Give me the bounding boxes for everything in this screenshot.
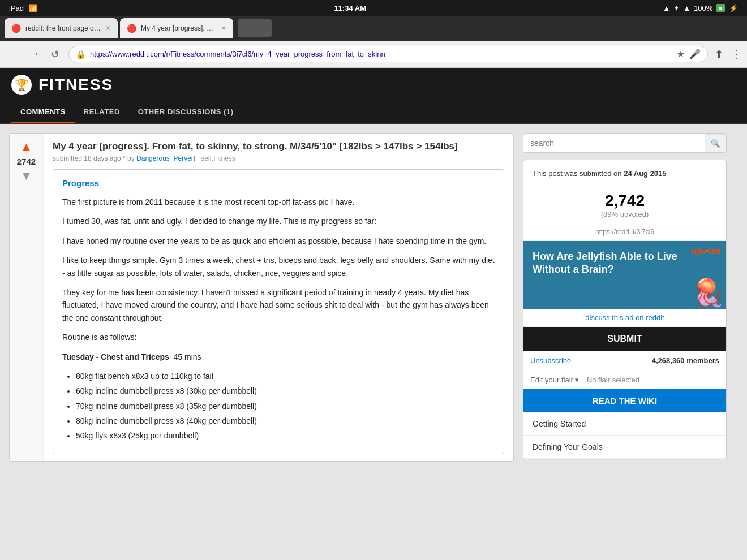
reddit-header: 🏆 FITNESS	[0, 68, 747, 102]
more-icon[interactable]: ⋮	[731, 48, 741, 61]
post-paragraph-4: I like to keep things simple. Gym 3 time…	[62, 254, 495, 279]
tab-other-discussions[interactable]: OTHER DISCUSSIONS (1)	[129, 102, 243, 123]
wifi-icon: 📶	[28, 4, 37, 12]
submission-card: This post was submitted on 24 Aug 2015 2…	[523, 160, 727, 459]
refresh-button[interactable]: ↺	[49, 46, 62, 63]
list-item: 70kg incline dumbbell press x8 (35kg per…	[76, 400, 495, 412]
post-paragraph-2: I turned 30, was fat, unfit and ugly. I …	[62, 215, 495, 227]
tab-favicon-1: 🔴	[11, 24, 21, 33]
bluetooth-icon: ✦	[673, 4, 680, 12]
search-button[interactable]: 🔍	[705, 135, 726, 152]
toolbar-icons: ⬆ ⋮	[715, 48, 741, 61]
device-name: iPad	[9, 4, 24, 12]
tab-title-1: reddit: the front page of the	[25, 24, 101, 32]
flair-edit-label: Edit your flair	[530, 376, 573, 384]
ad-brand: upv•ted	[692, 247, 720, 256]
mic-icon[interactable]: 🎤	[689, 49, 701, 59]
post-subreddit-label: self.Fitness	[201, 154, 235, 162]
location-icon: ▲	[663, 4, 670, 12]
list-item: 80kg flat bench x8x3 up to 110kg to fail	[76, 370, 495, 382]
unsubscribe-button[interactable]: Unsubscribe	[530, 356, 571, 365]
submission-prefix: This post was submitted on	[533, 169, 622, 178]
post-container: ▲ 2742 ▼ My 4 year [progress]. From fat,…	[9, 133, 514, 462]
wiki-item-getting-started[interactable]: Getting Started	[523, 412, 726, 436]
subreddit-title: FITNESS	[38, 76, 113, 94]
ad-title: How Are Jellyfish Able to Live Without a…	[533, 250, 717, 277]
address-input-wrapper[interactable]: 🔒 https://www.reddit.com/r/Fitness/comme…	[68, 46, 708, 62]
wiki-item-defining-goals[interactable]: Defining Your Goals	[523, 436, 726, 459]
charging-icon: ⚡	[729, 4, 738, 12]
downvote-button[interactable]: ▼	[20, 169, 33, 183]
post-meta: submitted 18 days ago * by Dangerous_Per…	[53, 154, 504, 162]
tab-close-1[interactable]: ✕	[105, 24, 111, 32]
sidebar-vote-count: 2,742	[523, 187, 726, 210]
ad-jellyfish-emoji: 🪼	[692, 277, 726, 309]
logo-emoji: 🏆	[15, 78, 29, 92]
routine-header-text: Tuesday - Chest and Triceps	[62, 352, 169, 361]
battery-pct: 100%	[694, 4, 712, 12]
post-text-content: Progress The first picture is from 2011 …	[53, 169, 504, 454]
short-url: https://redd.it/3i7cl6	[523, 223, 726, 241]
flair-edit-button[interactable]: Edit your flair ▾	[530, 376, 579, 384]
battery-icon: ■	[716, 4, 725, 12]
post-paragraph-5: They key for me has been consistency. I …	[62, 286, 495, 324]
subreddit-logo: 🏆	[11, 75, 32, 95]
flair-dropdown-icon: ▾	[575, 376, 579, 384]
ad-brand-text: ted	[709, 247, 720, 256]
tab-favicon-2: 🔴	[127, 24, 136, 33]
tab-bar: 🔴 reddit: the front page of the ✕ 🔴 My 4…	[0, 16, 747, 41]
submit-button[interactable]: SUBMIT	[523, 327, 726, 351]
tab-title-2: My 4 year [progress]. From f	[141, 24, 216, 32]
status-bar: iPad 📶 11:34 AM ▲ ✦ ▲ 100% ■ ⚡	[0, 0, 747, 16]
submission-info: This post was submitted on 24 Aug 2015	[523, 160, 726, 187]
flair-bar: Edit your flair ▾ No flair selected	[523, 371, 726, 389]
list-item: 50kg flys x8x3 (25kg per dumbbell)	[76, 429, 495, 442]
signal-icon: ▲	[683, 4, 690, 12]
tab-related[interactable]: RELATED	[75, 102, 129, 123]
address-bar: ← → ↺ 🔒 https://www.reddit.com/r/Fitness…	[0, 41, 747, 68]
post-body: My 4 year [progress]. From fat, to skinn…	[44, 134, 513, 461]
sidebar: 🔍 This post was submitted on 24 Aug 2015…	[523, 133, 727, 466]
post-title: My 4 year [progress]. From fat, to skinn…	[53, 141, 504, 152]
post-content-heading: Progress	[62, 176, 495, 190]
vote-count-display: 2742	[17, 157, 36, 166]
post-paragraph-1: The first picture is from 2011 because i…	[62, 196, 495, 208]
members-count: 4,268,360 members	[652, 356, 719, 365]
flair-value-display: No flair selected	[587, 376, 639, 384]
url-display: https://www.reddit.com/r/Fitness/comment…	[90, 50, 672, 58]
wiki-button[interactable]: READ THE WIKI	[523, 389, 726, 412]
upvote-button[interactable]: ▲	[20, 140, 33, 154]
tab-comments[interactable]: COMMENTS	[11, 102, 75, 123]
search-input[interactable]	[523, 134, 705, 152]
routine-header-line: Tuesday - Chest and Triceps 45 mins	[62, 351, 495, 363]
routine-duration: 45 mins	[174, 352, 201, 361]
routine-list: 80kg flat bench x8x3 up to 110kg to fail…	[62, 370, 495, 442]
share-icon[interactable]: ⬆	[715, 48, 723, 61]
tab-close-2[interactable]: ✕	[221, 24, 226, 32]
ad-banner: upv•ted How Are Jellyfish Able to Live W…	[523, 241, 726, 309]
forward-button[interactable]: →	[27, 46, 42, 62]
post-meta-text: submitted 18 days ago * by	[53, 154, 135, 162]
vote-column: ▲ 2742 ▼	[10, 134, 44, 461]
post-author-link[interactable]: Dangerous_Pervert	[136, 154, 195, 162]
post-paragraph-6: Routine is as follows:	[62, 331, 495, 343]
time-display: 11:34 AM	[334, 4, 366, 12]
ssl-icon: 🔒	[76, 50, 85, 59]
tab-post-active[interactable]: 🔴 My 4 year [progress]. From f ✕	[120, 18, 233, 38]
tab-empty	[238, 19, 272, 37]
ad-brand-dot: upv	[692, 247, 706, 256]
star-icon[interactable]: ★	[677, 49, 685, 59]
nav-tabs: COMMENTS RELATED OTHER DISCUSSIONS (1)	[0, 102, 747, 124]
members-bar: Unsubscribe 4,268,360 members	[523, 351, 726, 371]
search-box[interactable]: 🔍	[523, 133, 727, 153]
tab-reddit-front[interactable]: 🔴 reddit: the front page of the ✕	[5, 18, 118, 38]
wiki-section: Getting Started Defining Your Goals	[523, 412, 726, 459]
list-item: 60kg incline dumbbell press x8 (30kg per…	[76, 385, 495, 397]
post-area: ▲ 2742 ▼ My 4 year [progress]. From fat,…	[9, 133, 514, 466]
submission-date: 24 Aug 2015	[624, 169, 666, 178]
post-paragraph-3: I have honed my routine over the years t…	[62, 235, 495, 247]
main-content: ▲ 2742 ▼ My 4 year [progress]. From fat,…	[0, 124, 736, 475]
list-item: 80kg incline dumbbell press x8 (40kg per…	[76, 415, 495, 427]
discuss-ad-link[interactable]: discuss this ad on reddit	[523, 309, 726, 327]
back-button[interactable]: ←	[6, 46, 20, 62]
